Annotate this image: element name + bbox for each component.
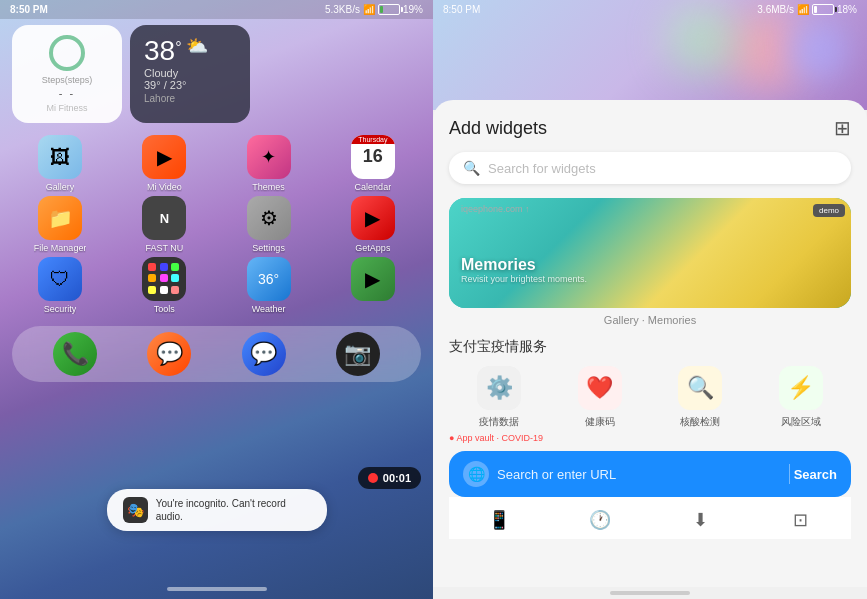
themes-icon: ✦ [247, 135, 291, 179]
record-dot [368, 473, 378, 483]
alipay-item-0[interactable]: ⚙️ 疫情数据 [477, 366, 521, 429]
alipay-icon-3: ⚡ [779, 366, 823, 410]
memories-subtitle: Revisit your brightest moments. [461, 274, 587, 284]
widget-search-bar[interactable]: 🔍 Search for widgets [449, 152, 851, 184]
left-status-right: 5.3KB/s 📶 19% [325, 4, 423, 15]
gallery-icon: 🖼 [38, 135, 82, 179]
alipay-label-3: 风险区域 [781, 415, 821, 429]
battery-fill [380, 6, 383, 13]
browser-nav-download[interactable]: ⬇ [680, 505, 720, 535]
fastnu-label: FAST NU [145, 243, 183, 253]
right-status-icons: 3.6MB/s 📶 18% [757, 4, 857, 15]
left-status-bar: 8:50 PM 5.3KB/s 📶 19% [0, 0, 433, 19]
app-gallery[interactable]: 🖼 Gallery [10, 135, 110, 192]
tools-label: Tools [154, 304, 175, 314]
memories-title: Memories [461, 256, 587, 274]
widgets-row: Steps(steps) - - Mi Fitness 38 ° ⛅ Cloud… [0, 21, 433, 127]
app-themes[interactable]: ✦ Themes [219, 135, 319, 192]
app-weather[interactable]: 36° Weather [219, 257, 319, 314]
alipay-grid: ⚙️ 疫情数据 ❤️ 健康码 🔍 核酸检测 ⚡ 风险区域 [449, 366, 851, 429]
browser-search-bar[interactable]: 🌐 Search or enter URL Search [449, 451, 851, 497]
app-security[interactable]: 🛡 Security [10, 257, 110, 314]
incognito-icon: 🎭 [123, 497, 148, 523]
browser-input-area: 🌐 Search or enter URL [463, 461, 785, 487]
filemanager-label: File Manager [34, 243, 87, 253]
add-widgets-panel: Add widgets ⊞ 🔍 Search for widgets iqeep… [433, 100, 867, 587]
calendar-day: Thursday [351, 135, 395, 144]
right-battery-icon [812, 4, 834, 15]
left-time: 8:50 PM [10, 4, 48, 15]
app-settings[interactable]: ⚙ Settings [219, 196, 319, 253]
alipay-item-3[interactable]: ⚡ 风险区域 [779, 366, 823, 429]
fitness-ring [49, 35, 85, 71]
fitness-steps-label: Steps(steps) [42, 75, 93, 85]
right-signal: 📶 [797, 4, 809, 15]
alipay-section: 支付宝疫情服务 ⚙️ 疫情数据 ❤️ 健康码 🔍 核酸检测 ⚡ 风险区域 [449, 338, 851, 443]
filemanager-icon: 📁 [38, 196, 82, 240]
fitness-count: - - [59, 87, 75, 99]
dock-camera[interactable]: 📷 [336, 332, 380, 376]
speed-indicator: 5.3KB/s [325, 4, 360, 15]
browser-divider [789, 464, 790, 484]
mivideo-icon: ▶ [142, 135, 186, 179]
weather-app-label: Weather [252, 304, 286, 314]
app-mivideo[interactable]: ▶ Mi Video [114, 135, 214, 192]
app-fastnu[interactable]: N FAST NU [114, 196, 214, 253]
weather-range: 39° / 23° [144, 79, 236, 91]
right-speed: 3.6MB/s [757, 4, 794, 15]
battery-icon [378, 4, 400, 15]
app-getapps[interactable]: ▶ GetApps [323, 196, 423, 253]
record-time: 00:01 [383, 472, 411, 484]
right-battery-pct: 18% [837, 4, 857, 15]
security-label: Security [44, 304, 77, 314]
fitness-app-label: Mi Fitness [46, 103, 87, 113]
dock-messages[interactable]: 💬 [147, 332, 191, 376]
home-indicator [167, 587, 267, 591]
alipay-icon-1: ❤️ [578, 366, 622, 410]
blurred-header: 8:50 PM 3.6MB/s 📶 18% [433, 0, 867, 110]
recording-indicator[interactable]: 00:01 [358, 467, 421, 489]
mivideo-label: Mi Video [147, 182, 182, 192]
fitness-widget[interactable]: Steps(steps) - - Mi Fitness [12, 25, 122, 123]
settings-icon: ⚙ [247, 196, 291, 240]
right-battery-fill [814, 6, 817, 13]
alipay-item-1[interactable]: ❤️ 健康码 [578, 366, 622, 429]
gallery-bg: iqeephone.com ↑ demo Memories Revisit yo… [449, 198, 851, 308]
right-status-bar: 8:50 PM 3.6MB/s 📶 18% [433, 0, 867, 19]
app-playstore[interactable]: ▶ [323, 257, 423, 314]
blur-blob-blue [787, 20, 847, 80]
browser-section: 🌐 Search or enter URL Search 📱 🕐 ⬇ ⊡ [449, 451, 851, 539]
alipay-label-2: 核酸检测 [680, 415, 720, 429]
browser-globe-icon: 🌐 [463, 461, 489, 487]
security-icon: 🛡 [38, 257, 82, 301]
manage-icon[interactable]: ⊞ [834, 116, 851, 140]
panel-header: Add widgets ⊞ [449, 116, 851, 140]
browser-nav-home[interactable]: 📱 [479, 505, 519, 535]
gallery-memories-widget[interactable]: iqeephone.com ↑ demo Memories Revisit yo… [449, 198, 851, 308]
memories-text: Memories Revisit your brightest moments. [461, 256, 587, 284]
dock-phone[interactable]: 📞 [53, 332, 97, 376]
alipay-icon-2: 🔍 [678, 366, 722, 410]
app-filemanager[interactable]: 📁 File Manager [10, 196, 110, 253]
getapps-icon: ▶ [351, 196, 395, 240]
weather-widget[interactable]: 38 ° ⛅ Cloudy 39° / 23° Lahore [130, 25, 250, 123]
fastnu-icon: N [142, 196, 186, 240]
alipay-item-2[interactable]: 🔍 核酸检测 [678, 366, 722, 429]
right-time: 8:50 PM [443, 4, 480, 15]
alipay-icon-0: ⚙️ [477, 366, 521, 410]
search-icon: 🔍 [463, 160, 480, 176]
dock-chat[interactable]: 💬 [242, 332, 286, 376]
right-panel: 8:50 PM 3.6MB/s 📶 18% Add widgets ⊞ 🔍 Se… [433, 0, 867, 599]
browser-nav-history[interactable]: 🕐 [580, 505, 620, 535]
battery-pct: 19% [403, 4, 423, 15]
app-tools[interactable]: Tools [114, 257, 214, 314]
getapps-label: GetApps [355, 243, 390, 253]
incognito-toast: 🎭 You're incognito. Can't record audio. [107, 489, 327, 531]
browser-search-button[interactable]: Search [794, 467, 837, 482]
app-grid: 🖼 Gallery ▶ Mi Video ✦ Themes Thursday 1… [0, 127, 433, 322]
signal-icons: 📶 [363, 4, 375, 15]
app-calendar[interactable]: Thursday 16 Calendar [323, 135, 423, 192]
gallery-source: iqeephone.com ↑ [461, 204, 530, 214]
browser-nav-tabs[interactable]: ⊡ [781, 505, 821, 535]
weather-condition: Cloudy [144, 67, 236, 79]
